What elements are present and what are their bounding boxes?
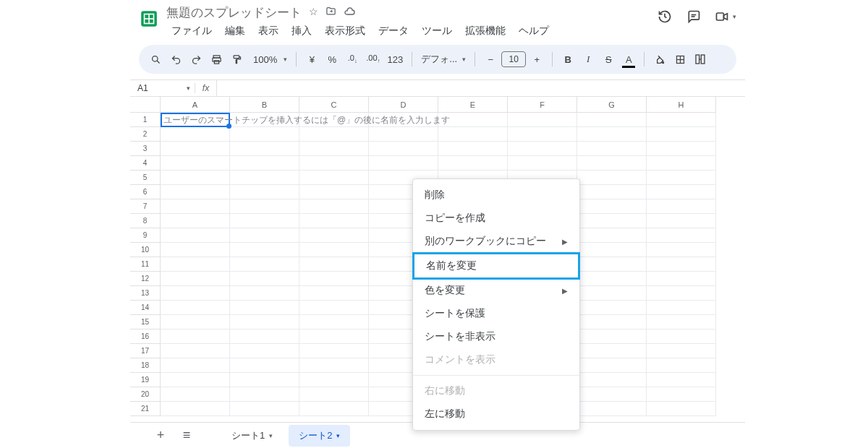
menu-tools[interactable]: ツール <box>417 22 457 40</box>
cell[interactable] <box>647 199 716 214</box>
cell[interactable] <box>299 171 369 185</box>
row-header[interactable]: 16 <box>130 329 161 344</box>
row-header[interactable]: 4 <box>130 156 161 171</box>
row-header[interactable]: 9 <box>130 228 161 243</box>
col-header[interactable]: E <box>438 97 508 113</box>
cell[interactable] <box>577 301 647 315</box>
cell[interactable] <box>230 387 299 402</box>
cell[interactable] <box>230 214 299 228</box>
ctx-change-color[interactable]: 色を変更▶ <box>413 279 579 302</box>
cell[interactable] <box>161 142 230 156</box>
row-header[interactable]: 5 <box>130 171 161 185</box>
cell[interactable] <box>647 286 716 301</box>
cell[interactable] <box>299 142 369 156</box>
cell[interactable] <box>577 257 647 272</box>
cell[interactable] <box>577 156 647 171</box>
comment-icon[interactable] <box>686 9 702 25</box>
cell[interactable] <box>299 228 369 243</box>
merge-cells-button[interactable] <box>691 49 710 69</box>
row-header[interactable]: 21 <box>130 402 161 416</box>
cell[interactable] <box>230 344 299 358</box>
cloud-status-icon[interactable] <box>344 6 355 20</box>
cell[interactable] <box>369 113 438 127</box>
cell[interactable] <box>230 142 299 156</box>
cell[interactable] <box>577 344 647 358</box>
zoom-select[interactable]: 100%▾ <box>247 49 290 69</box>
cell[interactable] <box>161 185 230 199</box>
italic-button[interactable]: I <box>579 49 597 69</box>
menu-view[interactable]: 表示 <box>253 22 284 40</box>
cell[interactable] <box>161 373 230 387</box>
cell[interactable] <box>230 402 299 416</box>
ctx-delete[interactable]: 削除 <box>413 184 579 207</box>
cell[interactable] <box>230 358 299 373</box>
cell[interactable] <box>577 272 647 286</box>
move-folder-icon[interactable] <box>326 6 336 20</box>
cell[interactable] <box>577 185 647 199</box>
cell[interactable] <box>299 402 369 416</box>
meet-icon[interactable]: ▾ <box>715 9 736 25</box>
menu-data[interactable]: データ <box>373 22 414 40</box>
ctx-rename[interactable]: 名前を変更 <box>412 252 580 280</box>
col-header[interactable]: B <box>230 97 299 113</box>
name-box[interactable]: A1▾ <box>130 83 195 93</box>
cell[interactable] <box>647 387 716 402</box>
cell[interactable] <box>299 373 369 387</box>
row-header[interactable]: 18 <box>130 358 161 373</box>
row-header[interactable]: 3 <box>130 142 161 156</box>
row-header[interactable]: 7 <box>130 199 161 214</box>
row-header[interactable]: 11 <box>130 257 161 272</box>
cell[interactable] <box>299 113 369 127</box>
increase-decimal-button[interactable]: .00↑ <box>363 49 383 69</box>
row-header[interactable]: 1 <box>130 113 161 127</box>
decrease-decimal-button[interactable]: .0↓ <box>343 49 362 69</box>
cell[interactable] <box>299 358 369 373</box>
cell[interactable] <box>230 286 299 301</box>
cell[interactable] <box>230 329 299 344</box>
cell[interactable] <box>647 185 716 199</box>
row-header[interactable]: 20 <box>130 387 161 402</box>
all-sheets-button[interactable]: ≡ <box>176 426 197 446</box>
history-icon[interactable] <box>657 9 673 25</box>
menu-format[interactable]: 表示形式 <box>320 22 370 40</box>
cell[interactable] <box>438 113 508 127</box>
doc-title[interactable]: 無題のスプレッドシート <box>166 4 302 21</box>
cell[interactable] <box>577 286 647 301</box>
percent-button[interactable]: % <box>323 49 341 69</box>
star-icon[interactable]: ☆ <box>309 6 318 20</box>
font-size-increase[interactable]: + <box>527 49 546 69</box>
cell[interactable] <box>230 243 299 257</box>
font-size-input[interactable]: 10 <box>501 51 526 67</box>
search-icon[interactable] <box>146 49 165 69</box>
cell[interactable] <box>299 156 369 171</box>
cell[interactable] <box>161 228 230 243</box>
row-header[interactable]: 13 <box>130 286 161 301</box>
cell[interactable] <box>299 301 369 315</box>
cell[interactable] <box>577 373 647 387</box>
cell[interactable] <box>577 329 647 344</box>
cell[interactable] <box>161 329 230 344</box>
cell[interactable] <box>299 387 369 402</box>
select-all-corner[interactable] <box>130 97 161 113</box>
cell[interactable] <box>299 199 369 214</box>
cell[interactable] <box>230 373 299 387</box>
cell[interactable] <box>577 402 647 416</box>
cell[interactable] <box>161 387 230 402</box>
cell[interactable] <box>299 185 369 199</box>
cell[interactable] <box>577 113 647 127</box>
add-sheet-button[interactable]: + <box>150 426 171 446</box>
cell[interactable] <box>230 228 299 243</box>
row-header[interactable]: 12 <box>130 272 161 286</box>
cell[interactable] <box>647 228 716 243</box>
cell[interactable] <box>577 142 647 156</box>
cell[interactable] <box>299 272 369 286</box>
undo-icon[interactable] <box>166 49 185 69</box>
ctx-protect-sheet[interactable]: シートを保護 <box>413 302 579 325</box>
cell[interactable] <box>647 373 716 387</box>
cell[interactable] <box>161 272 230 286</box>
cell[interactable] <box>299 286 369 301</box>
cell[interactable] <box>647 127 716 142</box>
cell[interactable] <box>647 156 716 171</box>
cell[interactable] <box>299 243 369 257</box>
row-header[interactable]: 2 <box>130 127 161 142</box>
